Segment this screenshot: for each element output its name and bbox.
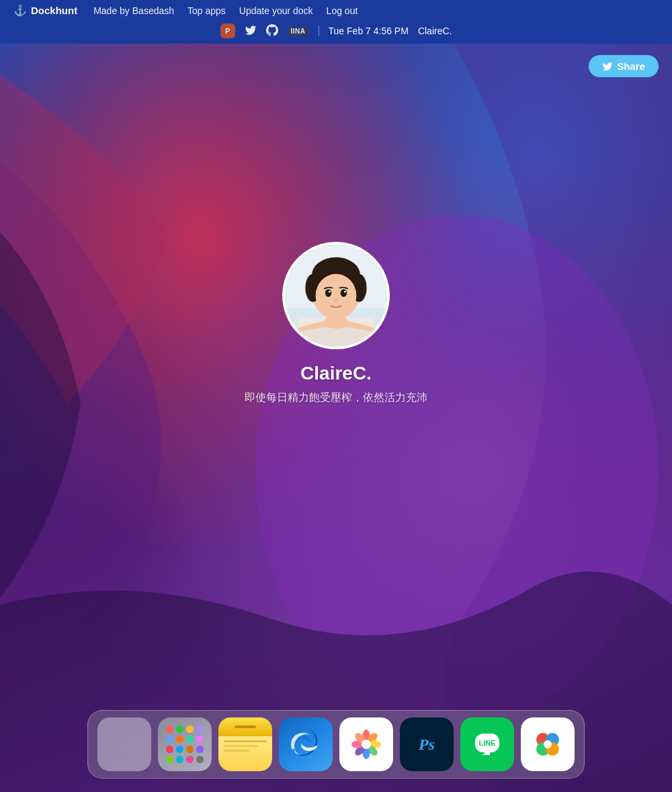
svg-point-7: [316, 274, 357, 318]
svg-point-22: [362, 740, 371, 749]
dock-app-edge[interactable]: [279, 717, 333, 771]
profile-bio: 即使每日精力飽受壓榨，依然活力充沛: [245, 391, 427, 405]
svg-point-31: [544, 740, 552, 748]
iina-icon[interactable]: IINA: [288, 26, 309, 36]
nav-made-by[interactable]: Made by Basedash: [93, 5, 174, 16]
svg-point-9: [341, 290, 347, 297]
datetime-display: Tue Feb 7 4:56 PM: [329, 26, 409, 36]
avatar: [282, 242, 390, 349]
svg-point-13: [323, 316, 349, 328]
anchor-icon: ⚓: [13, 4, 27, 17]
dock-container: Ps LINE: [87, 710, 585, 779]
nav-logo[interactable]: ⚓ Dockhunt: [13, 4, 77, 17]
nav-row-primary: ⚓ Dockhunt Made by Basedash Top apps Upd…: [0, 0, 672, 21]
nav-row-secondary: P IINA Tue Feb 7 4:56 PM ClaireC.: [0, 21, 672, 44]
dock: Ps LINE: [87, 710, 585, 779]
dock-app-line[interactable]: LINE: [460, 717, 514, 771]
share-button-label: Share: [617, 60, 645, 72]
dock-app-blank[interactable]: [97, 717, 151, 771]
svg-text:LINE: LINE: [478, 739, 495, 747]
profile-section: ClaireC. 即使每日精力飽受壓榨，依然活力充沛: [245, 242, 427, 405]
github-icon[interactable]: [266, 24, 278, 38]
twitter-icon[interactable]: [245, 24, 257, 38]
ps-label: Ps: [419, 736, 435, 754]
dock-app-launchpad[interactable]: [158, 717, 212, 771]
share-button[interactable]: Share: [589, 55, 659, 77]
avatar-image: [285, 245, 387, 347]
nav-links: Made by Basedash Top apps Update your do…: [93, 5, 358, 16]
twitter-share-icon: [602, 61, 613, 72]
svg-point-8: [325, 290, 332, 297]
product-hunt-icon[interactable]: P: [220, 24, 235, 38]
svg-point-11: [344, 291, 346, 293]
dock-app-notes[interactable]: [218, 717, 272, 771]
nav-logout[interactable]: Log out: [327, 5, 358, 16]
nav-update-dock[interactable]: Update your dock: [239, 5, 313, 16]
svg-point-10: [329, 291, 331, 293]
dock-app-photos[interactable]: [339, 717, 393, 771]
nav-separator: [319, 26, 319, 36]
brand-name: Dockhunt: [31, 5, 77, 16]
top-navigation: ⚓ Dockhunt Made by Basedash Top apps Upd…: [0, 0, 672, 44]
dock-app-playstore[interactable]: [521, 717, 575, 771]
profile-username: ClaireC.: [300, 363, 372, 384]
nav-top-apps[interactable]: Top apps: [187, 5, 226, 16]
current-user: ClaireC.: [418, 26, 452, 36]
dock-app-photoshop[interactable]: Ps: [400, 717, 454, 771]
